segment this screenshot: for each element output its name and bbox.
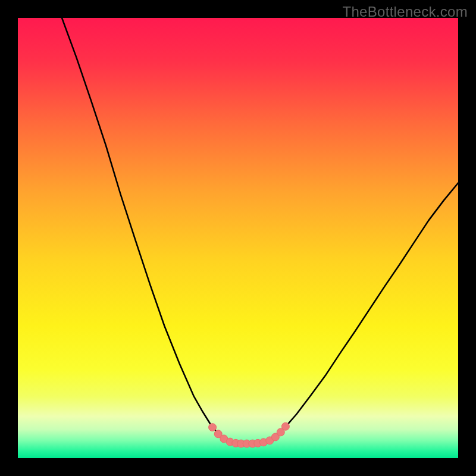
chart-plot-area — [18, 18, 458, 458]
chart-frame: TheBottleneck.com — [0, 0, 476, 476]
floor-marker — [281, 422, 289, 430]
floor-marker — [209, 424, 217, 431]
chart-svg — [18, 18, 458, 458]
gradient-background — [18, 18, 458, 458]
